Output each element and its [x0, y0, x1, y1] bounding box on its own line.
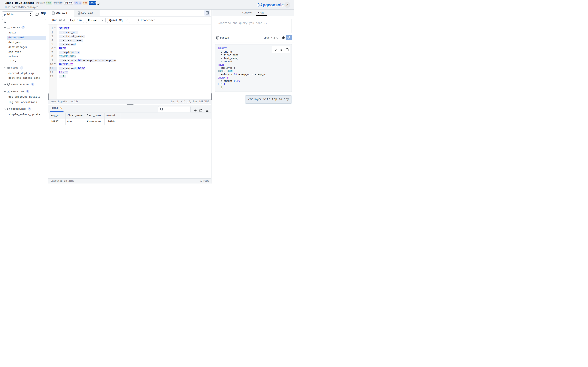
svg-text:f: f: [8, 91, 9, 92]
